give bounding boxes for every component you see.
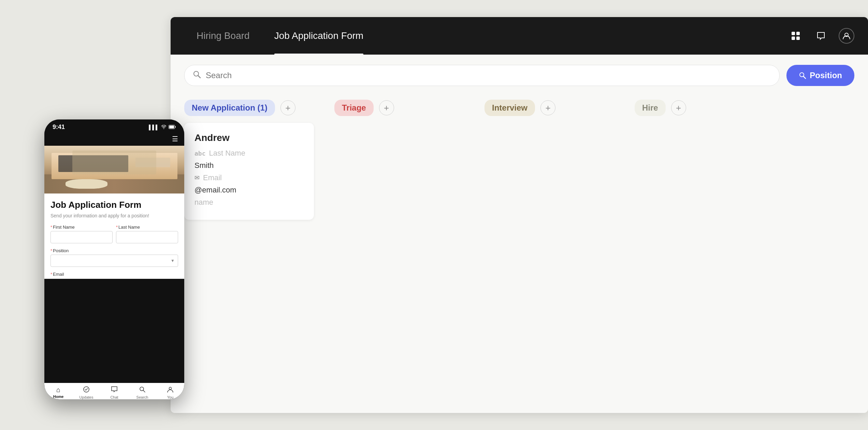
- phone-form-area: Job Application Form Send your informati…: [44, 194, 184, 279]
- svg-line-8: [804, 76, 806, 79]
- add-triage-button[interactable]: +: [379, 100, 394, 115]
- tab-job-application-form[interactable]: Job Application Form: [262, 17, 376, 55]
- phone-name-row: *First Name *Last Name: [50, 225, 178, 243]
- mobile-phone: 9:41 ▌▌▌ ☰: [44, 119, 184, 399]
- phone-firstname-label: *First Name: [50, 225, 113, 230]
- position-button[interactable]: Position: [786, 65, 854, 86]
- chat-icon[interactable]: [813, 28, 828, 43]
- phone-hero-image: [44, 146, 184, 194]
- phone-firstname-group: *First Name: [50, 225, 113, 243]
- phone-form-subtitle: Send your information and apply for a po…: [50, 213, 178, 218]
- badge-triage: Triage: [334, 100, 374, 116]
- card-field-lastname-value: Smith: [194, 161, 304, 170]
- card-field-extra: name: [194, 198, 304, 207]
- column-header-hired: Hire +: [635, 100, 764, 116]
- nav-icons: [788, 28, 854, 44]
- phone-form-content: Job Application Form Send your informati…: [44, 194, 184, 277]
- phone-email-label: *Email: [50, 272, 178, 277]
- search-input[interactable]: [206, 71, 771, 80]
- badge-hired: Hire: [635, 100, 666, 116]
- avatar[interactable]: [839, 28, 854, 44]
- add-interview-button[interactable]: +: [540, 100, 555, 115]
- room-image: [44, 146, 184, 194]
- column-header-new-application: New Application (1) +: [184, 100, 314, 116]
- phone-email-group: *Email: [50, 272, 178, 277]
- column-triage: Triage +: [334, 100, 464, 123]
- wifi-icon: [161, 125, 167, 130]
- nav-tabs: Hiring Board Job Application Form: [184, 17, 376, 55]
- phone-position-select-wrap: ▼: [50, 255, 178, 267]
- card-andrew[interactable]: Andrew abc Last Name Smith ✉ Email @emai…: [184, 123, 314, 220]
- phone-lastname-input[interactable]: [116, 231, 178, 243]
- svg-rect-11: [169, 126, 174, 128]
- battery-icon: [169, 125, 176, 130]
- add-hired-button[interactable]: +: [671, 100, 686, 115]
- phone-lastname-group: *Last Name: [116, 225, 178, 243]
- svg-point-9: [163, 128, 164, 129]
- phone-status-bar: 9:41 ▌▌▌: [44, 119, 184, 133]
- phone-position-group: *Position ▼: [50, 248, 178, 267]
- phone-firstname-input[interactable]: [50, 231, 113, 243]
- tab-hiring-board[interactable]: Hiring Board: [184, 17, 262, 55]
- top-nav: Hiring Board Job Application Form: [171, 17, 868, 55]
- phone-position-select[interactable]: [50, 255, 178, 267]
- badge-new-application: New Application (1): [184, 100, 275, 116]
- column-interview: Interview +: [484, 100, 614, 123]
- search-area: Position: [171, 55, 868, 96]
- kanban-board: New Application (1) + Andrew abc Last Na…: [171, 96, 868, 227]
- svg-rect-0: [792, 32, 795, 35]
- badge-interview: Interview: [484, 100, 535, 116]
- column-hired: Hire +: [635, 100, 764, 123]
- phone-lastname-label: *Last Name: [116, 225, 178, 230]
- svg-rect-12: [175, 126, 176, 128]
- phone-position-label: *Position: [50, 248, 178, 253]
- card-name: Andrew: [194, 132, 304, 143]
- column-new-application: New Application (1) + Andrew abc Last Na…: [184, 100, 314, 220]
- column-header-triage: Triage +: [334, 100, 464, 116]
- hamburger-icon[interactable]: ☰: [172, 135, 178, 143]
- search-bar: [184, 65, 780, 86]
- svg-rect-1: [796, 32, 800, 35]
- phone-form-title: Job Application Form: [50, 200, 178, 210]
- phone-time: 9:41: [53, 124, 65, 131]
- add-new-application-button[interactable]: +: [280, 100, 295, 115]
- grid-icon[interactable]: [788, 28, 803, 43]
- svg-line-6: [198, 76, 201, 78]
- app-container: Hiring Board Job Application Form: [171, 17, 868, 413]
- search-icon: [193, 70, 201, 81]
- svg-rect-2: [792, 37, 795, 40]
- card-field-email-label: ✉ Email: [194, 173, 304, 182]
- card-field-email-value: @email.com: [194, 186, 304, 195]
- signal-icon: ▌▌▌: [149, 125, 159, 130]
- svg-rect-3: [796, 37, 800, 40]
- card-field-lastname-label: abc Last Name: [194, 149, 304, 158]
- phone-menu-bar: ☰: [44, 133, 184, 146]
- column-header-interview: Interview +: [484, 100, 614, 116]
- status-icons: ▌▌▌: [149, 125, 176, 130]
